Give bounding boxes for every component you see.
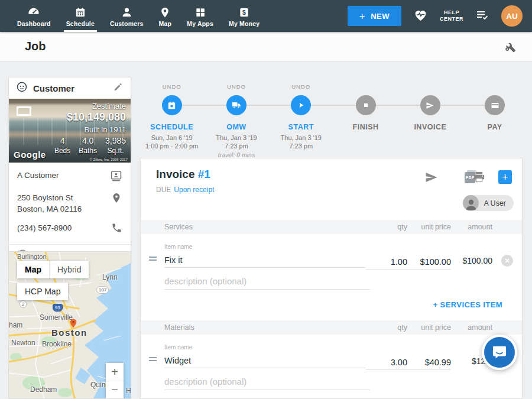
assignee-name: A User bbox=[484, 199, 506, 207]
zillow-attribution: © Zillow, Inc. 2006-2017 bbox=[90, 158, 128, 161]
omw-step-button[interactable] bbox=[226, 95, 246, 115]
route-107-shield: 107 bbox=[96, 286, 109, 294]
user-avatar[interactable]: AU bbox=[501, 5, 523, 27]
col-amount: amount bbox=[451, 223, 492, 231]
drag-handle[interactable] bbox=[149, 344, 164, 370]
section-name: Services bbox=[164, 223, 366, 231]
start-step-button[interactable] bbox=[291, 95, 311, 115]
nav-item-my-apps[interactable]: My Apps bbox=[179, 0, 221, 32]
help-center-link[interactable]: HELP CENTER bbox=[440, 9, 463, 22]
assignee-chip[interactable]: A User bbox=[463, 195, 514, 211]
unit-price-input[interactable] bbox=[407, 254, 451, 270]
qty-input[interactable] bbox=[366, 355, 407, 370]
nav-label: Dashboard bbox=[17, 20, 51, 27]
services-section-header: Services qty unit price amount bbox=[141, 220, 522, 234]
dashboard-icon bbox=[27, 5, 40, 18]
undo-omw[interactable]: UNDO bbox=[227, 83, 246, 93]
map-label-waltham: ham bbox=[9, 321, 22, 329]
location-pin-icon[interactable] bbox=[111, 192, 122, 206]
item-name-input[interactable] bbox=[164, 252, 366, 268]
customer-address-row: 250 Boylston St Boston, MA 02116 bbox=[17, 192, 122, 215]
nav-label: My Money bbox=[229, 20, 259, 27]
i93-shield: 93 bbox=[53, 304, 63, 312]
calendar-icon bbox=[74, 5, 86, 18]
undo-start[interactable]: UNDO bbox=[291, 83, 310, 93]
assignee-avatar-icon bbox=[463, 195, 479, 211]
map-label-dedham: Dedham bbox=[30, 385, 57, 394]
customer-name-row: A Customer bbox=[17, 170, 122, 184]
send-invoice-icon[interactable] bbox=[424, 170, 439, 187]
undo-schedule[interactable]: UNDO bbox=[163, 83, 181, 93]
finish-step-button[interactable] bbox=[356, 95, 376, 115]
health-heart-icon[interactable] bbox=[413, 8, 428, 25]
materials-section: Materials qty unit price amount Item nam… bbox=[141, 320, 522, 399]
street-view-flag-icon bbox=[17, 106, 31, 116]
phone-icon[interactable] bbox=[111, 222, 122, 236]
step-invoice: INVOICE bbox=[398, 83, 462, 158]
stat-baths: 4.0 Baths bbox=[79, 136, 97, 155]
pay-step-button[interactable] bbox=[485, 95, 505, 115]
job-tools-icon[interactable] bbox=[503, 40, 517, 56]
chat-launcher-button[interactable] bbox=[482, 335, 517, 370]
add-invoice-icon[interactable]: + bbox=[498, 170, 512, 184]
services-section: Services qty unit price amount Item name bbox=[141, 220, 522, 310]
nav-label: Schedule bbox=[66, 20, 95, 27]
map-type-control: Map Hybrid bbox=[17, 261, 89, 278]
help-line1: HELP bbox=[440, 9, 463, 16]
nav-item-schedule[interactable]: Schedule bbox=[59, 0, 102, 32]
delete-line-item-button[interactable]: ✕ bbox=[501, 255, 513, 267]
new-button[interactable]: + NEW bbox=[348, 6, 401, 26]
item-name-label: Item name bbox=[164, 344, 366, 351]
money-icon: $ bbox=[238, 5, 250, 18]
drag-handle[interactable] bbox=[149, 244, 164, 270]
description-input[interactable] bbox=[164, 374, 370, 390]
item-name-cell: Item name bbox=[164, 244, 366, 270]
page-header: Job bbox=[0, 32, 532, 61]
step-schedule: UNDO SCHEDULE Sun, Jan 6 '19 1:00 pm - 2… bbox=[140, 83, 204, 158]
qty-input[interactable] bbox=[366, 254, 407, 270]
map-type-map-button[interactable]: Map bbox=[17, 261, 49, 278]
step-omw: UNDO OMW Thu, Jan 3 '19 7:23 pm travel: … bbox=[204, 83, 268, 158]
person-icon bbox=[121, 5, 133, 18]
item-name-cell: Item name bbox=[164, 344, 366, 370]
qty-cell bbox=[366, 244, 407, 270]
nav-item-map[interactable]: Map bbox=[151, 0, 180, 32]
edit-pencil-icon[interactable] bbox=[113, 82, 124, 95]
new-button-label: NEW bbox=[371, 12, 390, 21]
invoice-card: Invoice #1 DUEUpon receipt PDF + bbox=[140, 158, 523, 399]
print-icon[interactable] bbox=[472, 170, 486, 186]
map-type-hybrid-button[interactable]: Hybrid bbox=[49, 261, 89, 278]
nav-item-my-money[interactable]: $ My Money bbox=[221, 0, 267, 32]
invoice-number: #1 bbox=[198, 168, 210, 180]
map-pin-icon bbox=[159, 5, 171, 18]
col-unit-price: unit price bbox=[407, 323, 451, 332]
map-label-burlington: Burlington bbox=[17, 253, 47, 260]
job-location-pin-icon bbox=[68, 318, 79, 331]
description-input[interactable] bbox=[164, 273, 370, 290]
send-icon bbox=[425, 100, 435, 111]
col-unit-price: unit price bbox=[407, 223, 451, 231]
invoice-step-button[interactable] bbox=[420, 95, 440, 115]
unit-price-input[interactable] bbox=[407, 355, 451, 370]
zoom-out-button[interactable]: − bbox=[106, 381, 124, 398]
col-qty: qty bbox=[366, 223, 407, 231]
description-row bbox=[141, 273, 522, 290]
help-line2: CENTER bbox=[440, 16, 463, 22]
item-name-input[interactable] bbox=[164, 353, 366, 368]
material-line-item: Item name $122. bbox=[141, 344, 522, 370]
schedule-step-button[interactable] bbox=[162, 95, 182, 115]
task-list-icon[interactable] bbox=[475, 8, 489, 24]
contact-card-icon[interactable] bbox=[110, 170, 122, 184]
nav-item-dashboard[interactable]: Dashboard bbox=[9, 0, 59, 32]
top-nav: Dashboard Schedule Customers Map My Apps bbox=[0, 0, 532, 32]
nav-item-customers[interactable]: Customers bbox=[102, 0, 151, 32]
home-stats: 4 Beds 4.0 Baths 3,985 Sq.ft. bbox=[54, 136, 126, 155]
chat-icon bbox=[484, 337, 515, 368]
due-value-link[interactable]: Upon receipt bbox=[174, 186, 214, 194]
add-services-item-link[interactable]: + SERVICES ITEM bbox=[433, 300, 502, 309]
calendar-icon bbox=[167, 100, 177, 111]
zoom-in-button[interactable]: + bbox=[106, 363, 124, 381]
hcp-map-button[interactable]: HCP Map bbox=[17, 283, 68, 300]
map-zoom-control: + − bbox=[106, 363, 124, 398]
stop-icon bbox=[361, 100, 371, 110]
